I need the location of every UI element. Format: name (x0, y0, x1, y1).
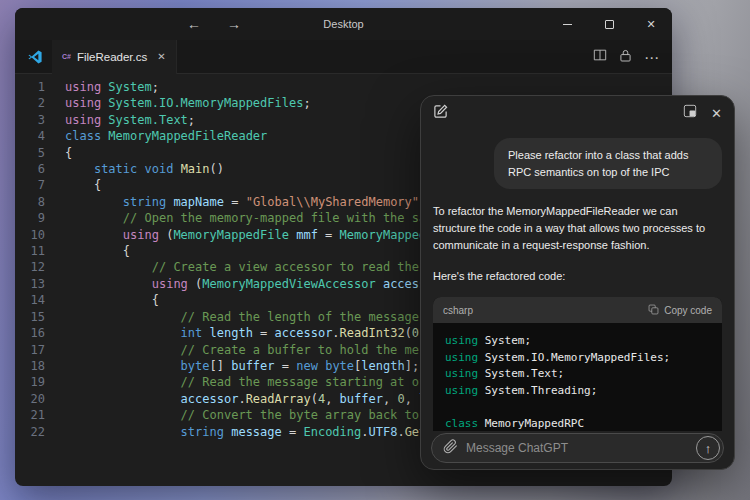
vscode-logo-icon (27, 49, 43, 65)
window-titlebar: ← → Desktop ✕ (15, 8, 672, 40)
line-number: 16 (15, 325, 45, 341)
send-arrow-icon: ↑ (705, 442, 712, 455)
chat-code-line: using System.Text; (445, 366, 710, 383)
chat-code-block: csharp Copy code using System;using Syst… (433, 297, 722, 431)
compose-icon[interactable] (433, 104, 448, 123)
tab-filereader[interactable]: C# FileReader.cs ✕ (52, 40, 177, 74)
chat-input-row: ↑ (421, 431, 734, 469)
window-controls: ✕ (546, 8, 672, 40)
editor-code-line: 1using System; (15, 79, 672, 95)
line-number: 17 (15, 342, 45, 358)
chat-message-input[interactable] (466, 441, 696, 455)
assistant-message: To refactor the MemoryMappedFileReader w… (433, 203, 722, 254)
chat-code: using System;using System.IO.MemoryMappe… (433, 323, 722, 431)
desktop-background: ← → Desktop ✕ C# FileReader.cs ✕ (0, 0, 750, 500)
lock-icon[interactable] (620, 48, 631, 66)
line-number: 12 (15, 259, 45, 275)
chat-input-pill[interactable]: ↑ (431, 433, 724, 463)
back-icon[interactable]: ← (187, 8, 201, 40)
chat-code-line: using System.Threading; (445, 383, 710, 400)
chat-messages: Please refactor into a class that adds R… (421, 130, 734, 431)
code-block-header: csharp Copy code (433, 297, 722, 323)
user-message-bubble: Please refactor into a class that adds R… (494, 138, 722, 189)
tab-label: FileReader.cs (77, 51, 147, 63)
line-number: 5 (15, 145, 45, 161)
line-number: 3 (15, 112, 45, 128)
line-number: 1 (15, 79, 45, 95)
line-number: 9 (15, 210, 45, 226)
csharp-file-icon: C# (62, 53, 71, 60)
line-number: 21 (15, 407, 45, 423)
line-number: 8 (15, 194, 45, 210)
chat-close-icon[interactable]: ✕ (711, 106, 722, 121)
chat-code-line: using System.IO.MemoryMappedFiles; (445, 350, 710, 367)
copy-icon (648, 304, 659, 317)
line-number: 14 (15, 292, 45, 308)
line-number: 15 (15, 309, 45, 325)
attach-paperclip-icon[interactable] (443, 439, 458, 458)
line-number: 2 (15, 95, 45, 111)
copy-code-label: Copy code (664, 305, 712, 316)
more-actions-icon[interactable]: ⋯ (644, 50, 659, 65)
chat-header: ✕ (421, 96, 734, 130)
tab-close-icon[interactable]: ✕ (157, 51, 165, 62)
popout-icon[interactable] (683, 104, 697, 122)
minimize-icon (563, 24, 572, 25)
line-number: 10 (15, 227, 45, 243)
line-number: 7 (15, 177, 45, 193)
line-number: 20 (15, 391, 45, 407)
code-language-label: csharp (443, 305, 473, 316)
chat-code-line (445, 399, 710, 416)
line-number: 18 (15, 358, 45, 374)
window-title: Desktop (323, 8, 363, 40)
forward-icon[interactable]: → (227, 8, 241, 40)
minimize-button[interactable] (546, 8, 588, 40)
maximize-button[interactable] (588, 8, 630, 40)
assistant-code-lead: Here's the refactored code: (433, 268, 722, 285)
line-number: 22 (15, 424, 45, 440)
editor-tab-bar: C# FileReader.cs ✕ ⋯ (15, 40, 672, 74)
maximize-icon (605, 20, 614, 29)
send-button[interactable]: ↑ (696, 436, 720, 460)
line-number: 6 (15, 161, 45, 177)
copy-code-button[interactable]: Copy code (648, 304, 712, 317)
chat-code-line: using System; (445, 333, 710, 350)
chat-code-line: class MemoryMappedRPC (445, 416, 710, 431)
chatgpt-panel: ✕ Please refactor into a class that adds… (420, 95, 735, 470)
split-editor-icon[interactable] (593, 48, 607, 66)
line-number: 13 (15, 276, 45, 292)
close-button[interactable]: ✕ (630, 8, 672, 40)
line-number: 11 (15, 243, 45, 259)
line-number: 19 (15, 374, 45, 390)
line-number: 4 (15, 128, 45, 144)
